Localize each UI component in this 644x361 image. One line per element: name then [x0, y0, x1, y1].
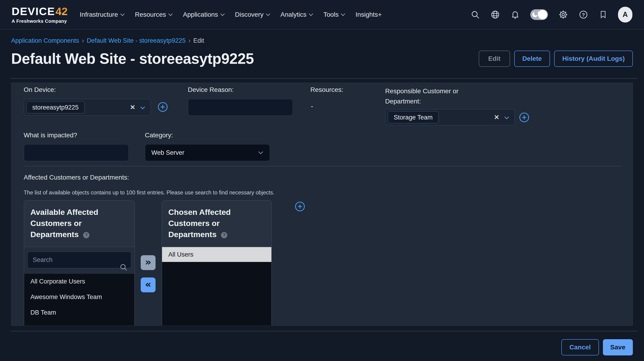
nav-item-analytics[interactable]: Analytics: [280, 11, 312, 18]
resources-label: Resources:: [310, 86, 343, 93]
device-reason-label: Device Reason:: [188, 86, 234, 93]
chevron-down-icon: [341, 11, 345, 16]
nav-item-discovery[interactable]: Discovery: [235, 11, 270, 18]
logo-tagline: A Freshworks Company: [12, 19, 68, 23]
save-button[interactable]: Save: [603, 339, 633, 356]
responsible-selected-chip: Storage Team: [388, 111, 439, 123]
globe-icon[interactable]: [490, 10, 500, 19]
logo-text: DEVICE: [12, 6, 55, 17]
add-responsible-customer-button[interactable]: [519, 112, 530, 123]
add-affected-customer-button[interactable]: [294, 201, 305, 212]
settings-gear-icon[interactable]: [558, 10, 568, 19]
app-root: DEVICE 42 A Freshworks Company Infrastru…: [0, 0, 644, 356]
resources-value: -: [311, 102, 313, 110]
nav-item-resources[interactable]: Resources: [135, 11, 172, 18]
chevron-down-icon: [120, 11, 125, 16]
responsible-customer-label: Responsible Customer or Department:: [385, 86, 473, 106]
list-item[interactable]: Awesome Windows Team: [24, 289, 134, 305]
breadcrumb-separator: ›: [188, 37, 190, 44]
toggle-knob: [538, 10, 547, 19]
chosen-affected-box: Chosen Affected Customers or Departments…: [162, 200, 272, 326]
footer-divider: [11, 331, 638, 331]
chevron-down-icon: [266, 11, 270, 16]
clear-icon[interactable]: ✕: [494, 113, 499, 121]
chevron-down-icon: [258, 151, 264, 154]
title-row: Default Web Site - storeeasytp9225 Edit …: [11, 46, 633, 71]
nav-item-label: Discovery: [235, 11, 264, 18]
avatar-initial: A: [623, 10, 628, 19]
delete-button[interactable]: Delete: [514, 50, 550, 67]
breadcrumb-separator: ›: [82, 37, 84, 44]
what-is-impacted-label: What is impacted?: [24, 132, 77, 139]
breadcrumb-link-application-components[interactable]: Application Components: [11, 37, 79, 44]
on-device-label: On Device:: [24, 86, 56, 93]
page-actions: Edit Delete History (Audit Logs): [479, 50, 633, 67]
affected-section-label: Affected Customers or Departments:: [24, 174, 129, 181]
available-list: All Corporate Users Awesome Windows Team…: [24, 274, 134, 320]
available-affected-box: Available Affected Customers or Departme…: [24, 200, 135, 326]
device42-logo[interactable]: DEVICE 42 A Freshworks Company: [12, 6, 68, 23]
chevron-down-icon: [309, 11, 313, 16]
what-is-impacted-input[interactable]: [24, 144, 129, 161]
available-box-header: Available Affected Customers or Departme…: [24, 201, 134, 247]
breadcrumb: Application Components › Default Web Sit…: [11, 37, 633, 44]
cancel-button[interactable]: Cancel: [561, 339, 599, 356]
list-item-selected[interactable]: All Users: [162, 247, 272, 262]
nav-item-infrastructure[interactable]: Infrastructure: [80, 11, 124, 18]
nav-item-label: Infrastructure: [80, 11, 118, 18]
search-icon[interactable]: [470, 10, 480, 19]
nav-item-applications[interactable]: Applications: [183, 11, 224, 18]
available-search-band: [24, 247, 134, 274]
chevron-down-icon: [220, 11, 224, 16]
logo-number: 42: [56, 6, 68, 17]
category-select[interactable]: Web Server: [145, 144, 270, 161]
clear-icon[interactable]: ✕: [130, 103, 135, 111]
svg-text:?: ?: [582, 12, 585, 17]
history-audit-logs-button[interactable]: History (Audit Logs): [554, 50, 633, 67]
user-avatar[interactable]: A: [618, 7, 632, 22]
nav-item-insights-plus[interactable]: Insights+: [356, 11, 382, 18]
chosen-list: All Users: [162, 247, 272, 262]
edit-form-panel: On Device: storeeasytp9225 ✕ Device Reas…: [11, 83, 633, 326]
nav-item-label: Resources: [135, 11, 166, 18]
device-reason-input[interactable]: [188, 99, 293, 116]
on-device-selected-chip: storeeasytp9225: [26, 101, 85, 113]
topbar-icon-bar: ? A: [470, 7, 632, 22]
move-to-chosen-button[interactable]: »: [141, 255, 156, 270]
list-item[interactable]: All Corporate Users: [24, 274, 134, 289]
title-divider: [11, 78, 637, 79]
nav-item-label: Analytics: [280, 11, 306, 18]
category-label: Category:: [145, 132, 173, 139]
edit-button[interactable]: Edit: [479, 50, 510, 67]
help-icon[interactable]: ?: [578, 10, 588, 19]
help-question-icon[interactable]: ?: [221, 232, 227, 238]
bookmark-icon[interactable]: [599, 10, 608, 19]
chevron-down-icon: [168, 11, 172, 16]
category-selected-value: Web Server: [151, 149, 184, 156]
help-question-icon[interactable]: ?: [83, 232, 90, 238]
on-device-select[interactable]: storeeasytp9225 ✕: [24, 99, 151, 116]
affected-note-text: The list of available objects contains u…: [24, 190, 274, 196]
breadcrumb-link-default-web-site[interactable]: Default Web Site - storeeasytp9225: [87, 37, 186, 44]
main-nav: Infrastructure Resources Applications Di…: [80, 11, 382, 18]
chevron-down-icon: [140, 106, 145, 109]
responsible-customer-select[interactable]: Storage Team ✕: [385, 109, 515, 125]
topbar: DEVICE 42 A Freshworks Company Infrastru…: [0, 0, 644, 29]
nav-item-label: Tools: [324, 11, 338, 18]
available-search-input[interactable]: [27, 252, 132, 268]
theme-toggle[interactable]: [530, 9, 548, 20]
footer-actions: Cancel Save: [11, 339, 633, 356]
chosen-box-header: Chosen Affected Customers or Departments…: [162, 201, 272, 247]
add-device-button[interactable]: [158, 102, 168, 112]
nav-item-label: Insights+: [356, 11, 382, 18]
nav-item-tools[interactable]: Tools: [324, 11, 344, 18]
list-item[interactable]: DB Team: [24, 305, 134, 320]
logo-line: DEVICE 42: [12, 6, 68, 17]
section-divider: [24, 166, 622, 166]
notifications-bell-icon[interactable]: [510, 10, 520, 19]
breadcrumb-current-edit: Edit: [193, 37, 204, 44]
nav-item-label: Applications: [183, 11, 218, 18]
page-title: Default Web Site - storeeasytp9225: [11, 50, 254, 67]
chevron-down-icon: [504, 116, 509, 119]
move-to-available-button[interactable]: «: [141, 278, 156, 292]
